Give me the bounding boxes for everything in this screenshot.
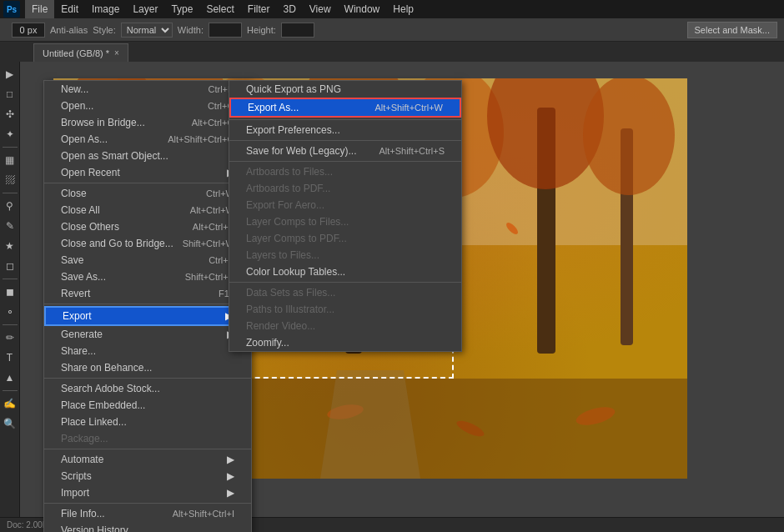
tool-hand[interactable]: ✍ xyxy=(1,394,19,413)
menu-filter[interactable]: Filter xyxy=(241,0,277,18)
height-label: Height: xyxy=(247,25,276,35)
size-input[interactable] xyxy=(12,23,45,38)
sub-export-aero[interactable]: Export For Aero... xyxy=(229,197,461,213)
tool-move[interactable]: ▶ xyxy=(1,65,19,83)
menu-window[interactable]: Window xyxy=(338,0,387,18)
ps-logo: Ps xyxy=(3,1,20,18)
tool-select-rect[interactable]: □ xyxy=(1,85,19,103)
sub-render-video[interactable]: Render Video... xyxy=(229,318,461,334)
menu-place-embedded[interactable]: Place Embedded... xyxy=(44,397,251,414)
sub-layers-to-files[interactable]: Layers to Files... xyxy=(229,247,461,263)
menu-view[interactable]: View xyxy=(303,0,338,18)
tool-dodge[interactable]: ⚬ xyxy=(1,303,19,321)
style-select[interactable]: Normal xyxy=(121,23,173,38)
menu-browse-bridge[interactable]: Browse in Bridge...Alt+Ctrl+O xyxy=(44,114,251,131)
sub-data-sets-files[interactable]: Data Sets as Files... xyxy=(229,284,461,301)
tool-eraser[interactable]: ◻ xyxy=(1,257,19,275)
menu-automate[interactable]: Automate▶ xyxy=(44,451,251,468)
tool-separator-3 xyxy=(3,279,18,279)
tool-separator-4 xyxy=(3,324,18,325)
menu-image[interactable]: Image xyxy=(85,0,126,18)
sub-layer-comps-pdf[interactable]: Layer Comps to PDF... xyxy=(229,230,461,247)
menu-close[interactable]: CloseCtrl+W xyxy=(44,185,251,202)
menu-layer[interactable]: Layer xyxy=(126,0,164,18)
style-label: Style: xyxy=(93,25,116,35)
menu-revert[interactable]: RevertF12 xyxy=(44,285,251,302)
tool-separator-5 xyxy=(3,390,18,391)
tool-brush[interactable]: ✎ xyxy=(1,217,19,235)
tab-bar: Untitled (GB/8) * × xyxy=(0,42,784,62)
menu-type[interactable]: Type xyxy=(164,0,199,18)
sub-artboards-pdf[interactable]: Artboards to PDF... xyxy=(229,180,461,197)
menu-bar: Ps File Edit Image Layer Type Select Fil… xyxy=(0,0,784,18)
options-bar: Anti-alias Style: Normal Width: Height: … xyxy=(0,18,784,42)
menu-version-history[interactable]: Version History xyxy=(44,522,251,532)
menu-generate[interactable]: Generate▶ xyxy=(44,326,251,343)
menu-scripts[interactable]: Scripts▶ xyxy=(44,468,251,484)
file-dropdown-menu: New...Ctrl+N Open...Ctrl+O Browse in Bri… xyxy=(43,80,252,532)
menu-file[interactable]: File xyxy=(25,0,54,18)
menu-new[interactable]: New...Ctrl+N xyxy=(44,81,251,98)
menu-open-smart-object[interactable]: Open as Smart Object... xyxy=(44,148,251,164)
tool-gradient[interactable]: ◼ xyxy=(1,283,19,301)
menu-place-linked[interactable]: Place Linked... xyxy=(44,414,251,430)
sub-zoomify[interactable]: Zoomify... xyxy=(229,334,461,351)
select-mask-button[interactable]: Select and Mask... xyxy=(687,22,778,38)
menu-share-behance[interactable]: Share on Behance... xyxy=(44,359,251,376)
tool-lasso[interactable]: ✣ xyxy=(1,105,19,123)
sub-quick-export-png[interactable]: Quick Export as PNG xyxy=(229,81,461,98)
menu-close-others[interactable]: Close OthersAlt+Ctrl+P xyxy=(44,218,251,235)
menu-3d[interactable]: 3D xyxy=(276,0,302,18)
sub-save-for-web[interactable]: Save for Web (Legacy)...Alt+Shift+Ctrl+S xyxy=(229,143,461,159)
menu-save-as[interactable]: Save As...Shift+Ctrl+S xyxy=(44,269,251,285)
menu-close-go-bridge[interactable]: Close and Go to Bridge...Shift+Ctrl+W xyxy=(44,235,251,252)
width-input[interactable] xyxy=(209,23,242,38)
menu-open-recent[interactable]: Open Recent▶ xyxy=(44,164,251,181)
tool-stamp[interactable]: ★ xyxy=(1,237,19,255)
menu-open-as[interactable]: Open As...Alt+Shift+Ctrl+O xyxy=(44,131,251,148)
tool-pen[interactable]: ✏ xyxy=(1,329,19,347)
tool-eyedropper[interactable]: ⛆ xyxy=(1,171,19,189)
antialias-label: Anti-alias xyxy=(50,25,88,35)
separator-4 xyxy=(44,449,251,449)
tab-close-button[interactable]: × xyxy=(114,48,119,58)
menu-edit[interactable]: Edit xyxy=(54,0,85,18)
menu-export[interactable]: Export▶ xyxy=(44,306,251,326)
sub-sep-1 xyxy=(229,119,461,120)
menu-help[interactable]: Help xyxy=(386,0,420,18)
tool-magic-wand[interactable]: ✦ xyxy=(1,125,19,143)
separator-3 xyxy=(44,378,251,379)
menu-open[interactable]: Open...Ctrl+O xyxy=(44,98,251,114)
sub-sep-4 xyxy=(229,282,461,283)
tool-zoom[interactable]: 🔍 xyxy=(1,414,19,433)
sub-sep-2 xyxy=(229,140,461,141)
tool-shape[interactable]: ▲ xyxy=(1,369,19,387)
sub-export-as[interactable]: Export As...Alt+Shift+Ctrl+W xyxy=(229,98,461,118)
separator-2 xyxy=(44,304,251,304)
doc-tab-name: Untitled (GB/8) * xyxy=(43,48,109,58)
menu-import[interactable]: Import▶ xyxy=(44,484,251,501)
sub-artboards-files[interactable]: Artboards to Files... xyxy=(229,163,461,180)
sub-layer-comps-files[interactable]: Layer Comps to Files... xyxy=(229,213,461,230)
canvas-area: New...Ctrl+N Open...Ctrl+O Browse in Bri… xyxy=(20,62,784,532)
separator-5 xyxy=(44,503,251,504)
tool-heal[interactable]: ⚲ xyxy=(1,197,19,215)
menu-package[interactable]: Package... xyxy=(44,430,251,447)
menu-close-all[interactable]: Close AllAlt+Ctrl+W xyxy=(44,202,251,218)
menu-select[interactable]: Select xyxy=(199,0,240,18)
menu-file-info[interactable]: File Info...Alt+Shift+Ctrl+I xyxy=(44,505,251,522)
sub-export-preferences[interactable]: Export Preferences... xyxy=(229,122,461,138)
menu-save[interactable]: SaveCtrl+S xyxy=(44,252,251,269)
menu-search-stock[interactable]: Search Adobe Stock... xyxy=(44,380,251,397)
tool-crop[interactable]: ▦ xyxy=(1,151,19,169)
sub-color-lookup-tables[interactable]: Color Lookup Tables... xyxy=(229,263,461,280)
left-toolbar: ▶ □ ✣ ✦ ▦ ⛆ ⚲ ✎ ★ ◻ ◼ ⚬ ✏ T ▲ ✍ 🔍 xyxy=(0,62,20,532)
sub-sep-3 xyxy=(229,161,461,162)
sub-paths-illustrator[interactable]: Paths to Illustrator... xyxy=(229,301,461,318)
svg-point-14 xyxy=(583,78,675,195)
tool-type[interactable]: T xyxy=(1,349,19,367)
menu-share[interactable]: Share... xyxy=(44,343,251,359)
document-tab[interactable]: Untitled (GB/8) * × xyxy=(33,43,128,62)
export-submenu: Quick Export as PNG Export As...Alt+Shif… xyxy=(229,80,462,352)
height-input[interactable] xyxy=(281,23,314,38)
